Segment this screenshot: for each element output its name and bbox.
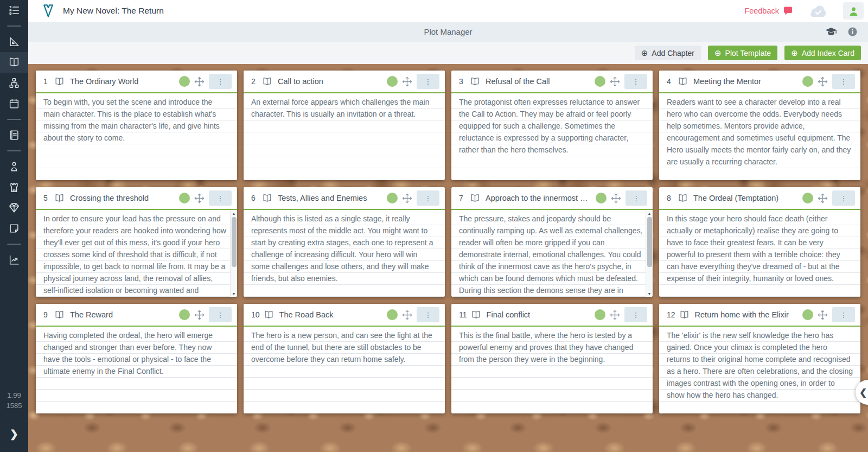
card-menu-button[interactable]: ⋮ xyxy=(209,307,232,322)
move-handle-icon[interactable] xyxy=(401,309,413,321)
move-handle-icon[interactable] xyxy=(610,193,622,204)
status-dot[interactable] xyxy=(387,76,398,87)
sidebar-item-calendar[interactable] xyxy=(0,93,28,114)
add-chapter-button[interactable]: ⊕ Add Chapter xyxy=(635,46,701,60)
move-handle-icon[interactable] xyxy=(194,76,205,87)
sidebar-item-open-book[interactable] xyxy=(0,52,28,73)
card-scrollbar[interactable]: ▲ ▼ xyxy=(230,210,237,297)
move-handle-icon[interactable] xyxy=(194,193,205,204)
sidebar-item-person[interactable] xyxy=(0,156,28,177)
card-body[interactable]: This is the final battle, where the hero… xyxy=(451,327,653,413)
sidebar-item-chart[interactable] xyxy=(0,250,28,270)
sidebar-item-journal[interactable] xyxy=(0,125,28,145)
status-dot[interactable] xyxy=(802,193,813,203)
card-text: The protagonist often expresses reluctan… xyxy=(451,93,653,156)
card-scrollbar[interactable]: ▲ ▼ xyxy=(646,210,653,297)
card-number: 6 xyxy=(251,194,258,202)
move-handle-icon[interactable] xyxy=(609,76,621,87)
index-card[interactable]: 7 Approach to the innermost cave ⋮ The p… xyxy=(451,187,653,297)
card-number: 9 xyxy=(43,310,50,319)
index-card[interactable]: 5 Crossing the threshold ⋮ In order to e… xyxy=(36,187,237,297)
index-card[interactable]: 2 Call to action ⋮ An external force app… xyxy=(244,71,445,180)
card-body[interactable]: The hero is a new person, and can see th… xyxy=(244,327,445,413)
card-menu-button[interactable]: ⋮ xyxy=(624,307,647,322)
card-menu-button[interactable]: ⋮ xyxy=(832,190,855,206)
card-title: The Ordeal (Temptation) xyxy=(693,194,798,202)
status-dot[interactable] xyxy=(596,193,607,203)
status-dot[interactable] xyxy=(802,76,813,87)
card-menu-button[interactable]: ⋮ xyxy=(417,74,439,89)
card-title: Call to action xyxy=(278,77,382,86)
move-handle-icon[interactable] xyxy=(401,193,413,204)
scroll-down-icon[interactable]: ▼ xyxy=(648,290,652,297)
scroll-thumb[interactable] xyxy=(232,217,237,267)
index-card[interactable]: 10 The Road Back ⋮ The hero is a new per… xyxy=(244,304,445,413)
status-dot[interactable] xyxy=(179,309,190,320)
index-card[interactable]: 12 Return home with the Elixir ⋮ The 'el… xyxy=(659,304,860,413)
kebab-menu-icon: ⋮ xyxy=(217,311,224,319)
card-title: Approach to the innermost cave xyxy=(486,194,591,202)
card-body[interactable]: To begin with, you set the scene and int… xyxy=(36,93,237,180)
card-body[interactable]: The protagonist often expresses reluctan… xyxy=(451,93,653,180)
card-body[interactable]: In this stage your hero should face deat… xyxy=(659,210,860,297)
card-body[interactable]: Although this is listed as a single stag… xyxy=(244,210,445,297)
scroll-thumb[interactable] xyxy=(647,217,652,267)
card-number: 7 xyxy=(459,194,466,202)
card-body[interactable]: The pressure, stakes and jeopardy should… xyxy=(451,210,653,297)
sidebar-expand-button[interactable]: ❯ xyxy=(0,423,28,444)
card-body[interactable]: Having completed the ordeal, the hero wi… xyxy=(36,327,237,413)
card-menu-button[interactable]: ⋮ xyxy=(209,190,232,206)
index-card[interactable]: 9 The Reward ⋮ Having completed the orde… xyxy=(36,304,237,413)
sidebar-item-castle[interactable] xyxy=(0,177,28,198)
move-handle-icon[interactable] xyxy=(817,193,828,204)
chart-icon xyxy=(8,254,20,266)
move-handle-icon[interactable] xyxy=(401,76,413,87)
move-handle-icon[interactable] xyxy=(194,309,205,321)
status-dot[interactable] xyxy=(595,309,605,320)
scroll-up-icon[interactable]: ▲ xyxy=(648,210,652,217)
index-card[interactable]: 8 The Ordeal (Temptation) ⋮ In this stag… xyxy=(659,187,860,297)
card-menu-button[interactable]: ⋮ xyxy=(417,190,439,206)
feedback-link[interactable]: Feedback xyxy=(744,7,793,16)
index-card[interactable]: 3 Refusal of the Call ⋮ The protagonist … xyxy=(451,71,653,180)
index-card[interactable]: 6 Tests, Allies and Enemies ⋮ Although t… xyxy=(244,187,445,297)
add-index-card-button[interactable]: ⊕ Add Index Card xyxy=(784,46,861,60)
graduation-cap-icon[interactable] xyxy=(825,27,837,37)
cloud-sync-icon[interactable] xyxy=(807,3,829,18)
user-account-button[interactable] xyxy=(843,2,864,20)
move-handle-icon[interactable] xyxy=(609,309,621,321)
sidebar-item-set-square[interactable] xyxy=(0,31,28,52)
sidebar-item-hierarchy[interactable] xyxy=(0,73,28,93)
scroll-down-icon[interactable]: ▼ xyxy=(232,290,236,297)
card-menu-button[interactable]: ⋮ xyxy=(209,74,232,89)
sidebar-item-note[interactable] xyxy=(0,218,28,239)
index-card[interactable]: 11 Final conflict ⋮ This is the final ba… xyxy=(451,304,653,413)
scroll-up-icon[interactable]: ▲ xyxy=(232,210,236,217)
move-handle-icon[interactable] xyxy=(817,309,828,321)
move-handle-icon[interactable] xyxy=(817,76,828,87)
index-card[interactable]: 1 The Ordinary World ⋮ To begin with, yo… xyxy=(36,71,237,180)
sidebar-item-numbered-list[interactable] xyxy=(0,0,28,21)
card-menu-button[interactable]: ⋮ xyxy=(832,307,855,322)
status-dot[interactable] xyxy=(387,193,398,203)
status-dot[interactable] xyxy=(179,76,190,87)
card-body[interactable]: Readers want to see a character develop … xyxy=(659,93,860,180)
card-body[interactable]: An external force appears which challeng… xyxy=(244,93,445,180)
card-menu-button[interactable]: ⋮ xyxy=(417,307,439,322)
info-icon[interactable] xyxy=(848,27,857,36)
status-dot[interactable] xyxy=(179,193,190,203)
word-count: 1585 xyxy=(0,400,28,411)
sidebar-item-gem[interactable] xyxy=(0,198,28,218)
status-dot[interactable] xyxy=(387,309,398,320)
card-menu-button[interactable]: ⋮ xyxy=(624,74,647,89)
card-menu-button[interactable]: ⋮ xyxy=(626,190,648,206)
plot-template-button[interactable]: ⊕ Plot Template xyxy=(708,46,777,60)
status-dot[interactable] xyxy=(802,309,813,320)
card-title: The Ordinary World xyxy=(70,77,175,86)
index-card[interactable]: 4 Meeting the Mentor ⋮ Readers want to s… xyxy=(659,71,860,180)
card-menu-button[interactable]: ⋮ xyxy=(832,74,855,89)
card-body[interactable]: In order to ensure your lead has the pre… xyxy=(36,210,237,297)
index-card-header: 4 Meeting the Mentor ⋮ xyxy=(659,71,860,93)
status-dot[interactable] xyxy=(595,76,605,87)
card-body[interactable]: The 'elixir' is the new self knowledge t… xyxy=(659,327,860,413)
